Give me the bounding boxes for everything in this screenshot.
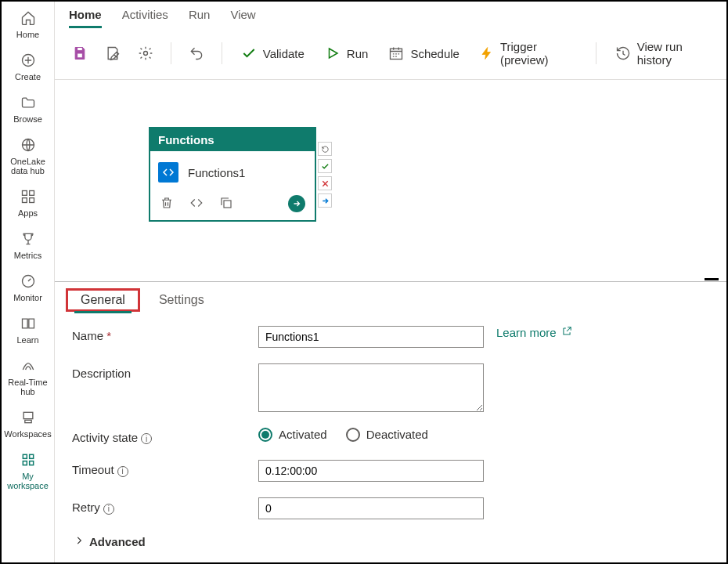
pipeline-canvas[interactable]: Functions Functions1 xyxy=(55,80,726,281)
node-connectors xyxy=(318,142,332,208)
node-body: Functions1 xyxy=(150,151,315,189)
connector-neutral[interactable] xyxy=(318,142,332,156)
trigger-button[interactable]: Trigger (preview) xyxy=(475,37,582,70)
retry-label: Retryi xyxy=(72,497,252,515)
tab-home[interactable]: Home xyxy=(69,8,102,28)
rail-item-create[interactable]: Create xyxy=(3,47,53,89)
delete-icon[interactable] xyxy=(160,196,174,212)
lightning-icon xyxy=(480,45,494,61)
rail-label: Home xyxy=(16,30,39,39)
save-button[interactable] xyxy=(69,42,91,64)
rail-item-onelake[interactable]: OneLake data hub xyxy=(3,132,53,183)
run-label: Run xyxy=(347,47,369,60)
activity-node-functions[interactable]: Functions Functions1 xyxy=(149,127,316,222)
timeout-label: Timeouti xyxy=(72,460,252,477)
advanced-label: Advanced xyxy=(89,535,146,548)
gear-icon xyxy=(138,45,153,61)
folder-icon xyxy=(20,94,37,111)
schedule-button[interactable]: Schedule xyxy=(384,42,464,64)
connector-success[interactable] xyxy=(318,159,332,173)
connector-completion[interactable] xyxy=(318,193,332,208)
svg-rect-11 xyxy=(23,461,27,465)
name-input[interactable] xyxy=(258,326,484,348)
history-icon xyxy=(615,45,631,61)
undo-button[interactable] xyxy=(186,42,207,64)
svg-rect-8 xyxy=(24,420,31,422)
apps-icon xyxy=(20,188,37,205)
rail-item-learn[interactable]: Learn xyxy=(3,310,53,352)
save-edit-icon xyxy=(105,45,121,61)
rail-label: Browse xyxy=(13,114,42,124)
schedule-label: Schedule xyxy=(410,47,460,60)
workspace-icon xyxy=(20,451,37,468)
radio-deactivated[interactable]: Deactivated xyxy=(346,428,428,442)
svg-rect-2 xyxy=(22,191,27,196)
description-label: Description xyxy=(72,363,252,380)
play-icon xyxy=(325,45,341,61)
validate-button[interactable]: Validate xyxy=(236,42,309,64)
info-icon[interactable]: i xyxy=(103,504,114,515)
save-as-button[interactable] xyxy=(102,42,124,64)
radio-dot-icon xyxy=(346,428,360,442)
info-icon[interactable]: i xyxy=(141,433,152,444)
name-label: Name * xyxy=(72,326,252,342)
node-run-button[interactable] xyxy=(288,195,305,212)
rail-item-apps[interactable]: Apps xyxy=(3,183,53,226)
tab-run[interactable]: Run xyxy=(189,8,211,28)
rail-label: Monitor xyxy=(13,293,42,302)
rail-item-workspaces[interactable]: Workspaces xyxy=(3,404,53,446)
state-radio-group: Activated Deactivated xyxy=(258,428,428,442)
panel-divider[interactable] xyxy=(55,281,726,282)
svg-rect-3 xyxy=(29,191,34,196)
state-label: Activity statei xyxy=(72,428,252,445)
rail-item-monitor[interactable]: Monitor xyxy=(3,268,53,310)
trigger-label: Trigger (preview) xyxy=(500,40,577,67)
rail-label: Workspaces xyxy=(4,429,51,439)
rail-item-realtime[interactable]: Real-Time hub xyxy=(3,352,53,404)
connector-failure[interactable] xyxy=(318,176,332,190)
toolbar-separator xyxy=(171,42,171,64)
advanced-toggle[interactable]: Advanced xyxy=(72,535,709,548)
timeout-input[interactable] xyxy=(258,460,484,482)
property-tabs: General Settings xyxy=(55,282,726,312)
book-icon xyxy=(20,315,37,332)
radio-activated[interactable]: Activated xyxy=(258,428,327,442)
rail-label: Metrics xyxy=(14,251,41,260)
trophy-icon xyxy=(20,230,37,248)
calendar-icon xyxy=(388,45,404,61)
node-title: Functions1 xyxy=(188,166,245,179)
rail-label: OneLake data hub xyxy=(5,157,52,175)
learn-more-link[interactable]: Learn more xyxy=(496,326,572,339)
prop-tab-general[interactable]: General xyxy=(74,288,132,313)
svg-rect-13 xyxy=(77,48,83,51)
history-button[interactable]: View run history xyxy=(611,37,712,70)
row-activity-state: Activity statei Activated Deactivated xyxy=(72,428,709,445)
retry-input[interactable] xyxy=(258,497,484,519)
description-input[interactable] xyxy=(258,363,484,412)
rail-label: My workspace xyxy=(5,472,52,490)
rail-item-my-workspace[interactable]: My workspace xyxy=(3,446,53,498)
copy-icon[interactable] xyxy=(219,196,233,212)
tab-activities[interactable]: Activities xyxy=(122,8,168,28)
gauge-icon xyxy=(20,273,37,290)
svg-rect-10 xyxy=(29,454,33,458)
code-icon xyxy=(158,162,178,183)
rail-label: Apps xyxy=(18,208,38,218)
prop-tab-settings[interactable]: Settings xyxy=(153,288,211,312)
rail-label: Learn xyxy=(16,335,38,345)
code-view-icon[interactable] xyxy=(189,196,204,212)
tab-view[interactable]: View xyxy=(230,8,255,28)
home-icon xyxy=(20,9,37,27)
svg-rect-4 xyxy=(22,198,27,203)
row-timeout: Timeouti xyxy=(72,460,709,482)
info-icon[interactable]: i xyxy=(117,466,128,477)
rail-item-metrics[interactable]: Metrics xyxy=(3,226,53,268)
rail-item-browse[interactable]: Browse xyxy=(3,89,53,132)
run-button[interactable]: Run xyxy=(320,42,373,64)
rail-item-home[interactable]: Home xyxy=(3,5,53,47)
settings-button[interactable] xyxy=(135,42,157,64)
history-label: View run history xyxy=(637,40,708,67)
radio-label: Deactivated xyxy=(366,428,428,441)
collapse-handle-icon[interactable] xyxy=(705,278,719,281)
validate-label: Validate xyxy=(263,47,305,60)
